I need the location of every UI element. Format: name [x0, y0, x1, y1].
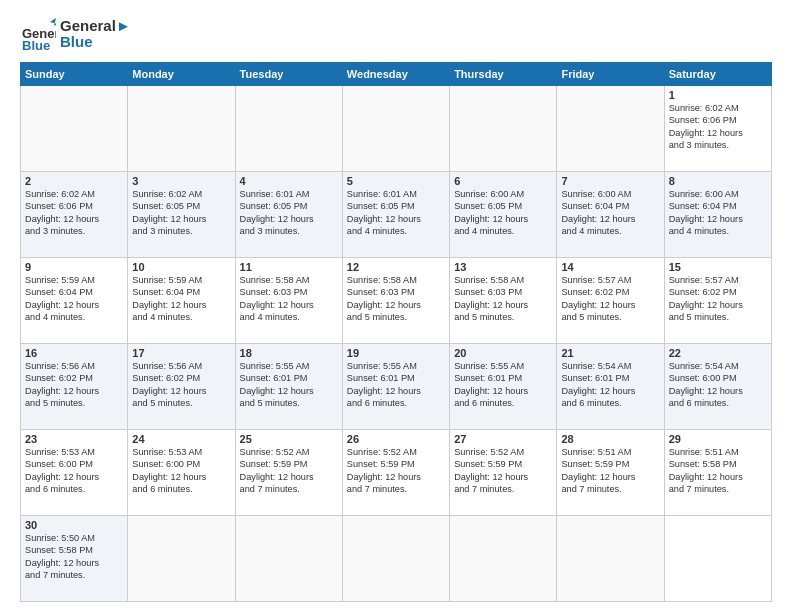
day-info: Sunrise: 6:00 AMSunset: 6:04 PMDaylight:…	[561, 188, 659, 238]
day-info: Sunrise: 5:59 AMSunset: 6:04 PMDaylight:…	[25, 274, 123, 324]
calendar-row: 2Sunrise: 6:02 AMSunset: 6:06 PMDaylight…	[21, 172, 772, 258]
table-row	[557, 86, 664, 172]
table-row: 17Sunrise: 5:56 AMSunset: 6:02 PMDayligh…	[128, 344, 235, 430]
day-number: 19	[347, 347, 445, 359]
day-info: Sunrise: 5:55 AMSunset: 6:01 PMDaylight:…	[240, 360, 338, 410]
table-row: 18Sunrise: 5:55 AMSunset: 6:01 PMDayligh…	[235, 344, 342, 430]
table-row	[235, 516, 342, 602]
weekday-header-row: Sunday Monday Tuesday Wednesday Thursday…	[21, 63, 772, 86]
day-info: Sunrise: 6:00 AMSunset: 6:04 PMDaylight:…	[669, 188, 767, 238]
header-tuesday: Tuesday	[235, 63, 342, 86]
table-row: 4Sunrise: 6:01 AMSunset: 6:05 PMDaylight…	[235, 172, 342, 258]
day-info: Sunrise: 5:58 AMSunset: 6:03 PMDaylight:…	[240, 274, 338, 324]
table-row	[128, 516, 235, 602]
day-info: Sunrise: 6:02 AMSunset: 6:06 PMDaylight:…	[669, 102, 767, 152]
header-friday: Friday	[557, 63, 664, 86]
day-number: 18	[240, 347, 338, 359]
table-row: 13Sunrise: 5:58 AMSunset: 6:03 PMDayligh…	[450, 258, 557, 344]
table-row: 12Sunrise: 5:58 AMSunset: 6:03 PMDayligh…	[342, 258, 449, 344]
day-info: Sunrise: 5:58 AMSunset: 6:03 PMDaylight:…	[454, 274, 552, 324]
table-row: 1Sunrise: 6:02 AMSunset: 6:06 PMDaylight…	[664, 86, 771, 172]
calendar-row: 9Sunrise: 5:59 AMSunset: 6:04 PMDaylight…	[21, 258, 772, 344]
table-row: 7Sunrise: 6:00 AMSunset: 6:04 PMDaylight…	[557, 172, 664, 258]
day-number: 22	[669, 347, 767, 359]
day-number: 21	[561, 347, 659, 359]
table-row: 16Sunrise: 5:56 AMSunset: 6:02 PMDayligh…	[21, 344, 128, 430]
table-row: 27Sunrise: 5:52 AMSunset: 5:59 PMDayligh…	[450, 430, 557, 516]
table-row: 5Sunrise: 6:01 AMSunset: 6:05 PMDaylight…	[342, 172, 449, 258]
day-number: 20	[454, 347, 552, 359]
day-info: Sunrise: 5:51 AMSunset: 5:58 PMDaylight:…	[669, 446, 767, 496]
table-row: 6Sunrise: 6:00 AMSunset: 6:05 PMDaylight…	[450, 172, 557, 258]
day-info: Sunrise: 6:02 AMSunset: 6:06 PMDaylight:…	[25, 188, 123, 238]
day-info: Sunrise: 5:51 AMSunset: 5:59 PMDaylight:…	[561, 446, 659, 496]
day-number: 10	[132, 261, 230, 273]
day-info: Sunrise: 5:56 AMSunset: 6:02 PMDaylight:…	[25, 360, 123, 410]
day-info: Sunrise: 5:52 AMSunset: 5:59 PMDaylight:…	[347, 446, 445, 496]
table-row	[128, 86, 235, 172]
table-row: 8Sunrise: 6:00 AMSunset: 6:04 PMDaylight…	[664, 172, 771, 258]
day-info: Sunrise: 5:58 AMSunset: 6:03 PMDaylight:…	[347, 274, 445, 324]
day-info: Sunrise: 5:54 AMSunset: 6:00 PMDaylight:…	[669, 360, 767, 410]
logo-icon: General Blue	[20, 16, 56, 52]
table-row	[557, 516, 664, 602]
day-number: 8	[669, 175, 767, 187]
svg-text:Blue: Blue	[22, 38, 50, 52]
day-info: Sunrise: 5:54 AMSunset: 6:01 PMDaylight:…	[561, 360, 659, 410]
day-info: Sunrise: 5:52 AMSunset: 5:59 PMDaylight:…	[454, 446, 552, 496]
day-number: 1	[669, 89, 767, 101]
day-number: 17	[132, 347, 230, 359]
calendar-row: 16Sunrise: 5:56 AMSunset: 6:02 PMDayligh…	[21, 344, 772, 430]
table-row: 24Sunrise: 5:53 AMSunset: 6:00 PMDayligh…	[128, 430, 235, 516]
table-row: 2Sunrise: 6:02 AMSunset: 6:06 PMDaylight…	[21, 172, 128, 258]
header: General Blue General► Blue	[20, 16, 772, 52]
day-info: Sunrise: 6:00 AMSunset: 6:05 PMDaylight:…	[454, 188, 552, 238]
table-row: 30Sunrise: 5:50 AMSunset: 5:58 PMDayligh…	[21, 516, 128, 602]
day-number: 11	[240, 261, 338, 273]
table-row: 23Sunrise: 5:53 AMSunset: 6:00 PMDayligh…	[21, 430, 128, 516]
day-info: Sunrise: 5:55 AMSunset: 6:01 PMDaylight:…	[347, 360, 445, 410]
table-row: 20Sunrise: 5:55 AMSunset: 6:01 PMDayligh…	[450, 344, 557, 430]
day-info: Sunrise: 5:50 AMSunset: 5:58 PMDaylight:…	[25, 532, 123, 582]
day-number: 28	[561, 433, 659, 445]
day-number: 30	[25, 519, 123, 531]
table-row: 9Sunrise: 5:59 AMSunset: 6:04 PMDaylight…	[21, 258, 128, 344]
header-thursday: Thursday	[450, 63, 557, 86]
calendar-row: 30Sunrise: 5:50 AMSunset: 5:58 PMDayligh…	[21, 516, 772, 602]
day-info: Sunrise: 5:57 AMSunset: 6:02 PMDaylight:…	[669, 274, 767, 324]
day-number: 24	[132, 433, 230, 445]
day-info: Sunrise: 6:01 AMSunset: 6:05 PMDaylight:…	[240, 188, 338, 238]
day-info: Sunrise: 5:59 AMSunset: 6:04 PMDaylight:…	[132, 274, 230, 324]
table-row	[450, 516, 557, 602]
table-row: 15Sunrise: 5:57 AMSunset: 6:02 PMDayligh…	[664, 258, 771, 344]
page: General Blue General► Blue Sunday Monday…	[0, 0, 792, 612]
header-sunday: Sunday	[21, 63, 128, 86]
table-row	[342, 516, 449, 602]
day-number: 4	[240, 175, 338, 187]
day-number: 23	[25, 433, 123, 445]
day-number: 2	[25, 175, 123, 187]
day-info: Sunrise: 5:53 AMSunset: 6:00 PMDaylight:…	[25, 446, 123, 496]
day-number: 13	[454, 261, 552, 273]
logo: General Blue General► Blue	[20, 16, 131, 52]
day-number: 7	[561, 175, 659, 187]
table-row	[21, 86, 128, 172]
day-number: 5	[347, 175, 445, 187]
day-number: 12	[347, 261, 445, 273]
day-number: 9	[25, 261, 123, 273]
day-number: 15	[669, 261, 767, 273]
day-number: 6	[454, 175, 552, 187]
day-number: 27	[454, 433, 552, 445]
table-row: 22Sunrise: 5:54 AMSunset: 6:00 PMDayligh…	[664, 344, 771, 430]
calendar-row: 1Sunrise: 6:02 AMSunset: 6:06 PMDaylight…	[21, 86, 772, 172]
header-saturday: Saturday	[664, 63, 771, 86]
table-row	[342, 86, 449, 172]
day-info: Sunrise: 5:52 AMSunset: 5:59 PMDaylight:…	[240, 446, 338, 496]
day-number: 29	[669, 433, 767, 445]
day-number: 14	[561, 261, 659, 273]
table-row: 29Sunrise: 5:51 AMSunset: 5:58 PMDayligh…	[664, 430, 771, 516]
day-info: Sunrise: 6:02 AMSunset: 6:05 PMDaylight:…	[132, 188, 230, 238]
day-number: 16	[25, 347, 123, 359]
day-info: Sunrise: 5:53 AMSunset: 6:00 PMDaylight:…	[132, 446, 230, 496]
table-row: 25Sunrise: 5:52 AMSunset: 5:59 PMDayligh…	[235, 430, 342, 516]
